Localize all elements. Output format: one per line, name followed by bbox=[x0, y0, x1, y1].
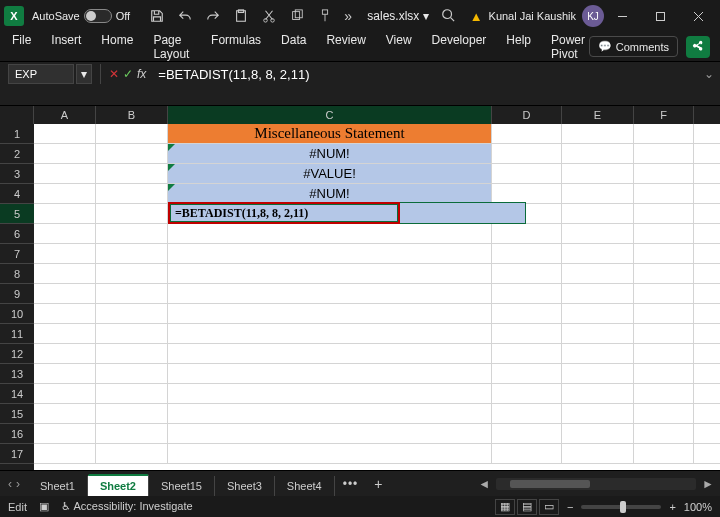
zoom-slider[interactable] bbox=[581, 505, 661, 509]
row-header-12[interactable]: 12 bbox=[0, 344, 34, 364]
sheet-tab-sheet2[interactable]: Sheet2 bbox=[88, 474, 149, 496]
row-header-5[interactable]: 5 bbox=[0, 204, 34, 224]
col-header-c[interactable]: C bbox=[168, 106, 492, 124]
view-normal-icon[interactable]: ▦ bbox=[495, 499, 515, 515]
autosave-label: AutoSave bbox=[32, 10, 80, 22]
row-header-7[interactable]: 7 bbox=[0, 244, 34, 264]
hscroll-thumb[interactable] bbox=[510, 480, 590, 488]
cell-c1[interactable]: Miscellaneous Statement bbox=[168, 124, 492, 143]
row-header-15[interactable]: 15 bbox=[0, 404, 34, 424]
sheet-tab-sheet1[interactable]: Sheet1 bbox=[28, 476, 88, 496]
accessibility-status[interactable]: ♿︎ Accessibility: Investigate bbox=[61, 500, 193, 513]
ribbon-tab-formulas[interactable]: Formulas bbox=[209, 29, 263, 65]
macro-record-icon[interactable]: ▣ bbox=[39, 500, 49, 513]
name-box[interactable]: EXP bbox=[8, 64, 74, 84]
sheet-tabs: Sheet1 Sheet2 Sheet15 Sheet3 Sheet4 bbox=[28, 471, 335, 496]
accept-formula-icon[interactable]: ✓ bbox=[123, 67, 133, 81]
undo-icon[interactable] bbox=[176, 7, 194, 25]
row-header-4[interactable]: 4 bbox=[0, 184, 34, 204]
cell-c2[interactable]: #NUM! bbox=[168, 144, 492, 163]
cut-icon[interactable] bbox=[260, 7, 278, 25]
maximize-button[interactable] bbox=[642, 2, 678, 30]
ribbon-tab-help[interactable]: Help bbox=[504, 29, 533, 65]
filename[interactable]: sales.xlsx ▾ bbox=[367, 9, 429, 23]
clipboard-icon[interactable] bbox=[232, 7, 250, 25]
row-header-1[interactable]: 1 bbox=[0, 124, 34, 144]
col-header-a[interactable]: A bbox=[34, 106, 96, 124]
row-header-3[interactable]: 3 bbox=[0, 164, 34, 184]
close-button[interactable] bbox=[680, 2, 716, 30]
filename-text: sales.xlsx bbox=[367, 9, 419, 23]
col-header-e[interactable]: E bbox=[562, 106, 634, 124]
row-header-11[interactable]: 11 bbox=[0, 324, 34, 344]
col-header-b[interactable]: B bbox=[96, 106, 168, 124]
share-button[interactable] bbox=[686, 36, 710, 58]
minimize-button[interactable] bbox=[604, 2, 640, 30]
new-sheet-button[interactable]: + bbox=[366, 476, 390, 492]
ribbon-tab-file[interactable]: File bbox=[10, 29, 33, 65]
ribbon-tab-pagelayout[interactable]: Page Layout bbox=[151, 29, 193, 65]
select-all-triangle[interactable] bbox=[0, 106, 34, 124]
ribbon-tab-data[interactable]: Data bbox=[279, 29, 308, 65]
autosave-toggle[interactable]: AutoSave Off bbox=[32, 9, 130, 23]
scroll-right-icon[interactable]: ► bbox=[702, 477, 714, 491]
search-icon[interactable] bbox=[441, 8, 455, 25]
ribbon-tab-home[interactable]: Home bbox=[99, 29, 135, 65]
sheet-next-icon[interactable]: › bbox=[16, 477, 20, 491]
user-account[interactable]: ▲ Kunal Jai Kaushik KJ bbox=[470, 5, 604, 27]
col-header-d[interactable]: D bbox=[492, 106, 562, 124]
ribbon-tab-review[interactable]: Review bbox=[324, 29, 367, 65]
ribbon-tab-insert[interactable]: Insert bbox=[49, 29, 83, 65]
zoom-in-icon[interactable]: + bbox=[669, 501, 675, 513]
redo-icon[interactable] bbox=[204, 7, 222, 25]
format-painter-icon[interactable] bbox=[316, 7, 334, 25]
formula-input[interactable]: =BETADIST(11,8, 8, 2,11) bbox=[152, 64, 702, 98]
row-header-16[interactable]: 16 bbox=[0, 424, 34, 444]
sheet-prev-icon[interactable]: ‹ bbox=[8, 477, 12, 491]
horizontal-scroll[interactable]: ◄ ► bbox=[390, 477, 720, 491]
name-box-dropdown[interactable]: ▾ bbox=[76, 64, 92, 84]
hscroll-track[interactable] bbox=[496, 478, 696, 490]
column-headers: A B C D E F bbox=[0, 106, 720, 124]
ribbon-tab-powerpivot[interactable]: Power Pivot bbox=[549, 29, 589, 65]
cells[interactable]: Miscellaneous Statement #NUM! #VALUE! #N… bbox=[34, 124, 720, 470]
copy-icon[interactable] bbox=[288, 7, 306, 25]
zoom-level[interactable]: 100% bbox=[684, 501, 712, 513]
comments-button[interactable]: 💬 Comments bbox=[589, 36, 678, 57]
row-header-6[interactable]: 6 bbox=[0, 224, 34, 244]
expand-formula-icon[interactable]: ⌄ bbox=[702, 64, 716, 81]
cancel-formula-icon[interactable]: ✕ bbox=[109, 67, 119, 81]
excel-app-icon: X bbox=[4, 6, 24, 26]
sheet-tab-sheet3[interactable]: Sheet3 bbox=[215, 476, 275, 496]
row-header-17[interactable]: 17 bbox=[0, 444, 34, 464]
row-headers: 1 2 3 4 5 6 7 8 9 10 11 12 13 14 15 16 1… bbox=[0, 124, 34, 470]
autosave-state: Off bbox=[116, 10, 130, 22]
grid-body: 1 2 3 4 5 6 7 8 9 10 11 12 13 14 15 16 1… bbox=[0, 124, 720, 470]
scroll-left-icon[interactable]: ◄ bbox=[478, 477, 490, 491]
row-header-9[interactable]: 9 bbox=[0, 284, 34, 304]
comments-label: Comments bbox=[616, 41, 669, 53]
row-header-8[interactable]: 8 bbox=[0, 264, 34, 284]
fx-icon[interactable]: fx bbox=[137, 67, 146, 81]
qat-overflow-icon[interactable]: » bbox=[344, 8, 353, 24]
save-icon[interactable] bbox=[148, 7, 166, 25]
svg-point-7 bbox=[443, 9, 452, 18]
ribbon-tab-developer[interactable]: Developer bbox=[430, 29, 489, 65]
row-header-14[interactable]: 14 bbox=[0, 384, 34, 404]
row-header-10[interactable]: 10 bbox=[0, 304, 34, 324]
cell-c5-editing[interactable]: =BETADIST(11,8, 8, 2,11) bbox=[170, 204, 398, 222]
cell-c3[interactable]: #VALUE! bbox=[168, 164, 492, 183]
col-header-f[interactable]: F bbox=[634, 106, 694, 124]
row-header-2[interactable]: 2 bbox=[0, 144, 34, 164]
zoom-thumb[interactable] bbox=[620, 501, 626, 513]
view-pagelayout-icon[interactable]: ▤ bbox=[517, 499, 537, 515]
view-pagebreak-icon[interactable]: ▭ bbox=[539, 499, 559, 515]
sheet-tab-sheet15[interactable]: Sheet15 bbox=[149, 476, 215, 496]
user-avatar: KJ bbox=[582, 5, 604, 27]
cell-c4[interactable]: #NUM! bbox=[168, 184, 492, 203]
zoom-out-icon[interactable]: − bbox=[567, 501, 573, 513]
sheet-tab-sheet4[interactable]: Sheet4 bbox=[275, 476, 335, 496]
row-header-13[interactable]: 13 bbox=[0, 364, 34, 384]
ribbon-tab-view[interactable]: View bbox=[384, 29, 414, 65]
sheet-overflow-icon[interactable]: ••• bbox=[335, 477, 367, 491]
